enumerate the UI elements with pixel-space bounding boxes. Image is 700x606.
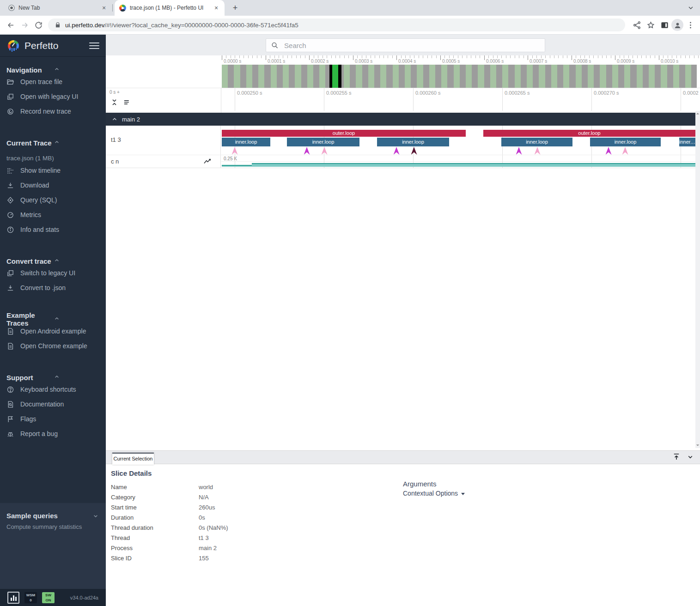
section-title[interactable]: Convert trace <box>6 256 99 266</box>
sidebar-item-convert-to-json[interactable]: Convert to .json <box>6 280 99 295</box>
scroll-down-icon[interactable] <box>696 443 700 447</box>
counter-value-area[interactable] <box>222 165 252 167</box>
sidebar-item-query-sql[interactable]: Query (SQL) <box>6 193 99 207</box>
side-panel-icon[interactable] <box>657 18 671 32</box>
slice-inner-loop[interactable]: inner.loop <box>501 138 572 146</box>
detail-label: Process <box>111 545 199 551</box>
forward-icon[interactable] <box>18 18 31 32</box>
tab-close-icon[interactable]: × <box>100 4 108 12</box>
axis-time-label: 0.000250 s <box>237 90 262 96</box>
instant-event-arrow-icon[interactable] <box>394 147 400 155</box>
bookmark-star-icon[interactable] <box>644 18 657 32</box>
scroll-up-icon[interactable] <box>696 112 700 115</box>
detail-row-duration: Duration0s <box>111 512 228 522</box>
instant-event-arrow-icon[interactable] <box>606 147 612 155</box>
expand-panel-up-icon[interactable] <box>672 453 681 461</box>
search-box[interactable] <box>266 38 545 52</box>
app-title: Perfetto <box>24 40 89 51</box>
back-icon[interactable] <box>4 18 18 32</box>
hotkeys-chart-icon[interactable] <box>7 592 19 604</box>
instant-event-arrow-icon[interactable] <box>516 147 522 155</box>
reload-icon[interactable] <box>31 18 45 32</box>
instant-event-arrow-icon[interactable] <box>304 147 310 155</box>
counter-track-shelf[interactable]: c n <box>106 155 221 168</box>
sidebar-item-flags[interactable]: Flags <box>6 412 99 426</box>
browser-tab-strip: New Tab × trace.json (1 MB) - Perfetto U… <box>0 0 700 16</box>
slice-inner-loop[interactable]: inner.loop <box>222 138 270 146</box>
process-group-header[interactable]: main 2 <box>106 113 695 126</box>
detail-row-process: Processmain 2 <box>111 543 228 553</box>
sample-queries-title[interactable]: Sample queries <box>6 511 99 521</box>
section-title[interactable]: Current Trace <box>6 138 99 147</box>
sidebar-section-convert-trace: Convert traceSwitch to legacy UIConvert … <box>0 248 106 306</box>
profile-avatar[interactable] <box>671 19 683 31</box>
instant-event-arrow-icon[interactable] <box>535 147 541 155</box>
sidebar-item-metrics[interactable]: Metrics <box>6 207 99 222</box>
perfetto-topbar <box>106 35 700 55</box>
address-bar[interactable]: ui.perfetto.dev/#!/viewer?local_cache_ke… <box>48 18 625 31</box>
share-icon[interactable] <box>630 18 644 32</box>
section-title[interactable]: Example Traces <box>6 315 99 324</box>
sidebar-item-open-chrome-example[interactable]: Open Chrome example <box>6 339 99 353</box>
slice-inner-loop[interactable]: inner.loop <box>287 138 359 146</box>
counter-value-area[interactable] <box>252 163 695 167</box>
instant-event-arrow-icon[interactable] <box>411 147 417 155</box>
section-title[interactable]: Support <box>6 373 99 382</box>
section-title[interactable]: Navigation <box>6 65 99 74</box>
tab-current-selection[interactable]: Current Selection <box>112 453 154 465</box>
track-area-blank <box>106 168 695 448</box>
details-tab-bar: Current Selection <box>106 451 700 464</box>
axis-time-label: 0.000255 s <box>326 90 351 96</box>
sidebar-item-documentation[interactable]: Documentation <box>6 397 99 412</box>
detail-row-name: Nameworld <box>111 482 228 492</box>
tab-close-icon[interactable]: × <box>213 4 220 12</box>
slice-inner-loop[interactable]: inner.loop <box>590 138 661 146</box>
sidebar-item-download[interactable]: Download <box>6 178 99 193</box>
line-chart-icon[interactable] <box>204 158 212 166</box>
hamburger-menu-icon[interactable] <box>89 41 99 51</box>
timeline-minimap[interactable] <box>222 65 697 88</box>
slice-inner-loop[interactable]: inner.loop <box>679 138 695 146</box>
sidebar-item-open-trace-file[interactable]: Open trace file <box>6 74 99 89</box>
sample-query-item[interactable]: Compute summary statistics <box>6 523 99 530</box>
sidebar-item-report-a-bug[interactable]: Report a bug <box>6 426 99 441</box>
sidebar-item-show-timeline[interactable]: Show timeline <box>6 163 99 178</box>
sample-queries-section: Sample queries Compute summary statistic… <box>0 503 106 589</box>
legacy-ui-icon <box>6 93 14 101</box>
search-input[interactable] <box>284 42 540 49</box>
slice-details-heading: Slice Details <box>111 469 152 477</box>
slice-inner-loop[interactable]: inner.loop <box>377 138 449 146</box>
sidebar-item-keyboard-shortcuts[interactable]: Keyboard shortcuts <box>6 382 99 397</box>
slice-outer-loop[interactable]: outer.loop <box>222 130 466 137</box>
ruler-major-tick <box>266 55 266 60</box>
thread-track-shelf[interactable]: t1 3 <box>106 126 221 155</box>
ruler-tick-label: 0.0001 s <box>268 59 285 64</box>
detail-label: Start time <box>111 504 199 511</box>
slice-outer-loop[interactable]: outer.loop <box>483 130 695 137</box>
collapse-panel-icon[interactable] <box>686 453 694 461</box>
track-menu-icon[interactable] <box>123 98 131 106</box>
caret-down-icon <box>461 493 465 495</box>
sidebar-item-record-new-trace[interactable]: Record new trace <box>6 104 99 119</box>
sidebar-item-info-and-stats[interactable]: Info and stats <box>6 222 99 237</box>
browser-tab-newtab[interactable]: New Tab × <box>4 0 112 16</box>
instant-event-arrow-icon[interactable] <box>622 147 628 155</box>
browser-tab-perfetto[interactable]: trace.json (1 MB) - Perfetto UI × <box>115 0 225 16</box>
collapse-tracks-icon[interactable] <box>110 98 118 106</box>
detail-value: 0s <box>199 514 205 521</box>
chevron-up-icon <box>53 257 100 266</box>
counter-track-name: c n <box>111 158 119 165</box>
sidebar-item-switch-to-legacy-ui[interactable]: Switch to legacy UI <box>6 266 99 280</box>
contextual-options-dropdown[interactable]: Contextual Options <box>403 490 465 497</box>
detail-value: 155 <box>199 555 209 562</box>
vertical-scrollbar[interactable] <box>695 111 700 448</box>
viewport-marker[interactable] <box>329 65 341 88</box>
instant-event-arrow-icon[interactable] <box>322 147 328 155</box>
browser-menu-icon[interactable] <box>683 18 697 32</box>
newtab-favicon-icon <box>8 5 15 11</box>
process-group-label: main 2 <box>122 116 140 123</box>
new-tab-button[interactable]: + <box>230 3 240 13</box>
detail-label: Thread <box>111 534 199 541</box>
sidebar-item-open-with-legacy-ui[interactable]: Open with legacy UI <box>6 89 99 104</box>
tab-strip-chevron-icon[interactable] <box>687 4 694 13</box>
